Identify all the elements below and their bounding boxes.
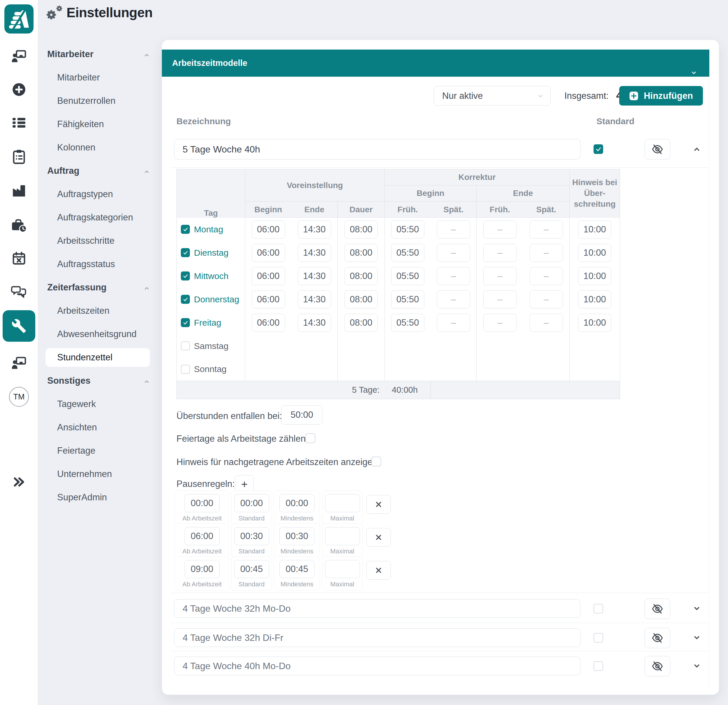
filter-select[interactable]: Nur aktive xyxy=(434,86,551,105)
user-avatar[interactable]: TM xyxy=(9,387,29,407)
sidebar-item-arbeitsschritte[interactable]: Arbeitsschritte xyxy=(38,229,163,252)
sidebar-item-stundenzettel[interactable]: Stundenzettel xyxy=(38,346,163,369)
maximal-input[interactable] xyxy=(325,560,360,578)
day-checkbox[interactable] xyxy=(181,318,190,327)
delete-pause-rule-button[interactable] xyxy=(366,495,391,514)
beginn-input[interactable] xyxy=(252,244,285,262)
mindestens-input[interactable] xyxy=(279,560,315,578)
korrektur-beginn-frueh-input[interactable] xyxy=(391,221,425,238)
korrektur-ende-spaet-input[interactable] xyxy=(530,244,563,262)
day-checkbox[interactable] xyxy=(181,248,190,257)
hide-model-button[interactable] xyxy=(644,139,670,160)
ende-input[interactable] xyxy=(298,244,331,262)
sidebar-item-unternehmen[interactable]: Unternehmen xyxy=(38,463,163,486)
day-checkbox[interactable] xyxy=(181,342,190,350)
sidebar-item-faehigkeiten[interactable]: Fähigkeiten xyxy=(38,112,163,136)
ende-input[interactable] xyxy=(298,267,331,285)
dauer-input[interactable] xyxy=(344,244,378,262)
sidebar-section-mitarbeiter[interactable]: Mitarbeiter xyxy=(38,43,163,66)
delete-pause-rule-button[interactable] xyxy=(366,561,391,580)
hinweis-input[interactable] xyxy=(578,244,611,262)
expand-row-icon[interactable] xyxy=(690,631,703,644)
beginn-input[interactable] xyxy=(252,267,285,285)
model-name-input[interactable] xyxy=(174,599,581,618)
sidebar-section-auftrag[interactable]: Auftrag xyxy=(38,159,163,183)
korrektur-ende-spaet-input[interactable] xyxy=(530,290,563,309)
mindestens-input[interactable] xyxy=(279,494,315,512)
korrektur-ende-spaet-input[interactable] xyxy=(530,314,563,332)
mindestens-input[interactable] xyxy=(279,527,315,545)
hinweis-input[interactable] xyxy=(578,221,611,238)
expand-row-icon[interactable] xyxy=(690,602,703,615)
beginn-input[interactable] xyxy=(252,314,285,332)
korrektur-ende-spaet-input[interactable] xyxy=(530,221,563,238)
korrektur-ende-frueh-input[interactable] xyxy=(483,244,517,262)
sidebar-item-superadmin[interactable]: SuperAdmin xyxy=(38,486,163,509)
comments-icon[interactable] xyxy=(0,285,38,298)
sidebar-section-zeiterfassung[interactable]: Zeiterfassung xyxy=(38,276,163,299)
sidebar-item-auftragstypen[interactable]: Auftragstypen xyxy=(38,183,163,206)
panel-header[interactable]: Arbeitszeitmodelle xyxy=(162,50,709,77)
sidebar-item-kolonnen[interactable]: Kolonnen xyxy=(38,136,163,159)
dauer-input[interactable] xyxy=(344,221,378,238)
hinweis-input[interactable] xyxy=(578,314,611,332)
standard-checkbox[interactable] xyxy=(594,633,603,643)
collapse-row-icon[interactable] xyxy=(690,143,703,156)
korrektur-ende-frueh-input[interactable] xyxy=(483,290,517,309)
korrektur-beginn-spaet-input[interactable] xyxy=(437,314,470,332)
sidebar-item-arbeitszeiten[interactable]: Arbeitszeiten xyxy=(38,299,163,323)
standard-checkbox[interactable] xyxy=(594,661,603,671)
expand-row-icon[interactable] xyxy=(690,659,703,672)
hinweis-input[interactable] xyxy=(578,267,611,285)
maximal-input[interactable] xyxy=(325,494,360,512)
holiday-checkbox[interactable] xyxy=(305,433,315,443)
briefcase-clock-icon[interactable] xyxy=(0,218,38,233)
sidebar-item-tagewerk[interactable]: Tagewerk xyxy=(38,392,163,416)
add-circle-icon[interactable] xyxy=(0,82,38,97)
calendar-xmark-icon[interactable] xyxy=(0,251,38,265)
ab-arbeitszeit-input[interactable] xyxy=(185,527,220,545)
hide-model-button[interactable] xyxy=(644,656,670,676)
beginn-input[interactable] xyxy=(252,290,285,309)
late-entry-checkbox[interactable] xyxy=(371,457,381,467)
panel-collapse-icon[interactable] xyxy=(689,59,698,86)
app-logo-icon[interactable] xyxy=(4,4,33,33)
hide-model-button[interactable] xyxy=(644,598,670,619)
korrektur-beginn-frueh-input[interactable] xyxy=(391,267,425,285)
dauer-input[interactable] xyxy=(344,267,378,285)
sidebar-item-mitarbeiter[interactable]: Mitarbeiter xyxy=(38,66,163,89)
day-checkbox[interactable] xyxy=(181,365,190,374)
employees-board-icon-2[interactable] xyxy=(0,356,38,370)
korrektur-beginn-frueh-input[interactable] xyxy=(391,290,425,309)
korrektur-ende-spaet-input[interactable] xyxy=(530,267,563,285)
model-name-input[interactable] xyxy=(174,657,581,675)
clipboard-list-icon[interactable] xyxy=(0,149,38,164)
delete-pause-rule-button[interactable] xyxy=(366,528,391,547)
day-checkbox[interactable] xyxy=(181,271,190,281)
dauer-input[interactable] xyxy=(344,314,378,332)
sidebar-item-benutzerrollen[interactable]: Benutzerrollen xyxy=(38,89,163,112)
ab-arbeitszeit-input[interactable] xyxy=(185,494,220,512)
overtime-input[interactable] xyxy=(282,405,322,424)
korrektur-ende-frueh-input[interactable] xyxy=(483,267,517,285)
ab-arbeitszeit-input[interactable] xyxy=(185,560,220,578)
employees-board-icon[interactable] xyxy=(0,50,38,63)
sidebar-item-ansichten[interactable]: Ansichten xyxy=(38,416,163,439)
korrektur-beginn-spaet-input[interactable] xyxy=(437,290,470,309)
standard-input[interactable] xyxy=(234,527,269,545)
sidebar-item-feiertage[interactable]: Feiertage xyxy=(38,439,163,463)
beginn-input[interactable] xyxy=(252,221,285,238)
ende-input[interactable] xyxy=(298,314,331,332)
model-name-input[interactable] xyxy=(174,628,581,647)
standard-checkbox[interactable] xyxy=(594,604,603,613)
day-checkbox[interactable] xyxy=(181,295,190,304)
sidebar-item-auftragsstatus[interactable]: Auftragsstatus xyxy=(38,252,163,276)
ende-input[interactable] xyxy=(298,221,331,238)
korrektur-beginn-frueh-input[interactable] xyxy=(391,244,425,262)
list-icon[interactable] xyxy=(0,116,38,130)
sidebar-item-abwesenheitsgrund[interactable]: Abwesenheitsgrund xyxy=(38,323,163,346)
korrektur-ende-frueh-input[interactable] xyxy=(483,314,517,332)
model-name-input[interactable] xyxy=(174,139,581,160)
expand-rail-icon[interactable] xyxy=(0,476,38,488)
ende-input[interactable] xyxy=(298,290,331,309)
